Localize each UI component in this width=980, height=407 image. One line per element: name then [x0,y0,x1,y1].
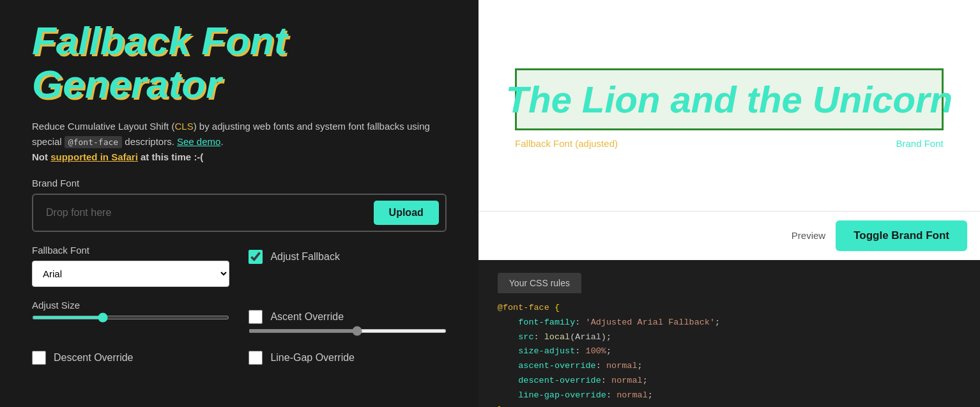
fallback-font-label: Fallback Font [32,245,229,256]
ascent-override-label: Ascent Override [270,311,344,323]
upload-button[interactable]: Upload [374,201,439,225]
fallback-row: Fallback Font Arial Georgia Times New Ro… [32,245,447,287]
brand-font-label: Brand Font [32,178,447,188]
line-gap-override-checkbox[interactable] [249,351,263,365]
bottom-checkboxes: Descent Override Line-Gap Override [32,346,447,365]
cls-link[interactable]: CLS [174,121,193,132]
adjust-fallback-checkbox[interactable] [249,250,263,264]
fallback-font-select[interactable]: Arial Georgia Times New Roman Helvetica … [32,261,229,287]
toggle-brand-font-button[interactable]: Toggle Brand Font [836,220,967,251]
preview-controls: Preview Toggle Brand Font [479,211,980,260]
sliders-row: Adjust Size Ascent Override [32,300,447,333]
line-gap-override-label: Line-Gap Override [270,352,355,364]
ascent-override-slider[interactable] [249,329,446,333]
preview-label: Preview [792,230,825,241]
safari-warning: Not supported in Safari at this time :-( [32,150,447,165]
descent-override-checkbox[interactable] [32,351,46,365]
adjust-fallback-label: Adjust Fallback [270,251,340,263]
adjust-fallback-row: Adjust Fallback [249,245,446,264]
fallback-font-section: Fallback Font Arial Georgia Times New Ro… [32,245,229,287]
preview-text-brand: The Lion and the Unicorn [506,78,953,121]
font-upload-area: Drop font here Upload [32,194,447,232]
ascent-override-row: Ascent Override [249,300,446,333]
fallback-font-label: Fallback Font (adjusted) [515,138,618,149]
safari-link[interactable]: supported in Safari [50,151,138,162]
right-panel: The Lion and the Unicorn The Lion and th… [479,0,980,407]
ascent-override-checkbox[interactable] [249,310,263,324]
css-code: @font-face { font-family: 'Adjusted Aria… [498,301,961,407]
line-gap-override-row: Line-Gap Override [249,346,446,365]
demo-link[interactable]: See demo [177,136,220,147]
css-tab: Your CSS rules [498,273,581,293]
desc-part3: descriptors. [122,136,177,147]
drop-placeholder: Drop font here [46,207,111,219]
brand-font-section: Brand Font Drop font here Upload [32,178,447,232]
description: Reduce Cumulative Layout Shift (CLS) by … [32,119,447,165]
css-panel: Your CSS rules @font-face { font-family:… [479,260,980,407]
preview-labels: Fallback Font (adjusted) Brand Font [515,138,944,149]
app-title: Fallback Font Generator [32,19,447,106]
font-face-code: @font-face [65,136,122,148]
descent-override-row: Descent Override [32,346,229,365]
desc-part1: Reduce Cumulative Layout Shift ( [32,121,174,132]
ascent-checkbox-row: Ascent Override [249,305,344,324]
preview-area: The Lion and the Unicorn The Lion and th… [479,0,980,211]
adjust-size-slider[interactable] [32,316,229,319]
descent-override-label: Descent Override [54,352,134,364]
brand-font-label: Brand Font [896,138,944,149]
adjust-size-label: Adjust Size [32,300,229,311]
left-panel: Fallback Font Generator Reduce Cumulativ… [0,0,479,407]
preview-text-container: The Lion and the Unicorn The Lion and th… [515,68,944,130]
desc-part4: . [220,136,223,147]
adjust-size-section: Adjust Size [32,300,229,319]
